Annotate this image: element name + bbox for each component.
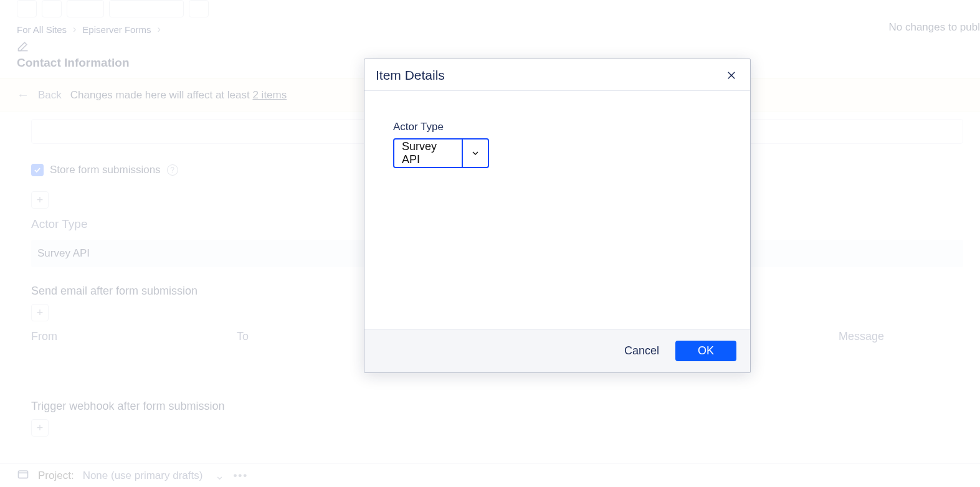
actor-type-field-label: Actor Type [393, 121, 721, 133]
cancel-button[interactable]: Cancel [624, 344, 659, 357]
close-icon[interactable] [724, 68, 739, 83]
ok-button[interactable]: OK [675, 341, 736, 361]
chevron-down-icon[interactable] [462, 139, 488, 167]
dialog-body: Actor Type Survey API [364, 91, 750, 329]
dialog-header: Item Details [364, 59, 750, 91]
actor-type-selected: Survey API [394, 139, 462, 167]
dialog-title: Item Details [376, 68, 445, 83]
dialog-footer: Cancel OK [364, 329, 750, 372]
item-details-dialog: Item Details Actor Type Survey API Cance… [364, 59, 751, 373]
actor-type-select[interactable]: Survey API [393, 138, 489, 168]
